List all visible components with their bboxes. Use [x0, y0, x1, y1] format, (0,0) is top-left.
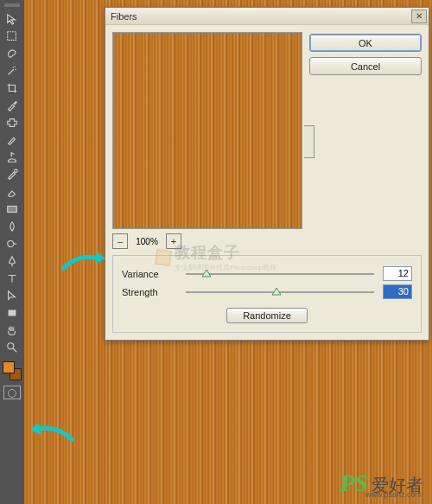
svg-rect-3: [9, 310, 16, 316]
variance-thumb[interactable]: [202, 270, 211, 278]
zoom-percent: 100%: [128, 236, 166, 247]
dialog-titlebar[interactable]: Fibers ✕: [105, 8, 429, 25]
variance-label: Variance: [122, 269, 177, 279]
preview-area: – 100% +: [112, 32, 302, 250]
svg-marker-6: [272, 288, 281, 295]
type-tool[interactable]: [3, 270, 22, 287]
foreground-swatch[interactable]: [3, 361, 15, 373]
strength-input[interactable]: 30: [383, 284, 412, 299]
marquee-tool[interactable]: [3, 28, 22, 45]
preview-image: [113, 33, 302, 228]
strength-label: Strength: [122, 287, 177, 297]
svg-marker-5: [202, 270, 211, 277]
gradient-tool[interactable]: [3, 201, 22, 218]
brush-tool[interactable]: [3, 131, 22, 149]
annotation-arrow-swatches: [30, 422, 77, 448]
slider-group: Variance 12 Strength 30: [112, 255, 422, 333]
move-tool[interactable]: [3, 10, 22, 28]
color-swatches[interactable]: [3, 361, 22, 380]
ok-button[interactable]: OK: [309, 34, 422, 52]
cancel-button[interactable]: Cancel: [309, 57, 422, 75]
zoom-in-button[interactable]: +: [166, 233, 181, 249]
svg-rect-0: [8, 32, 16, 41]
rectangle-tool[interactable]: [3, 304, 22, 322]
eyedropper-tool[interactable]: [3, 97, 22, 114]
pen-tool[interactable]: [3, 252, 22, 270]
annotation-arrow-variance: [59, 251, 105, 277]
svg-point-4: [8, 343, 14, 349]
zoom-tool[interactable]: [3, 339, 22, 356]
dodge-tool[interactable]: [3, 235, 22, 252]
lasso-tool[interactable]: [3, 45, 22, 62]
dialog-title: Fibers: [111, 11, 411, 22]
magic-wand-tool[interactable]: [3, 62, 22, 80]
svg-rect-1: [8, 207, 17, 213]
strength-slider[interactable]: [186, 285, 374, 299]
crop-tool[interactable]: [3, 80, 22, 97]
close-icon[interactable]: ✕: [411, 10, 427, 23]
blur-tool[interactable]: [3, 218, 22, 235]
hand-tool[interactable]: [3, 322, 22, 339]
filter-preview[interactable]: [112, 32, 302, 229]
svg-marker-7: [95, 252, 105, 264]
path-selection-tool[interactable]: [3, 287, 22, 304]
randomize-button[interactable]: Randomize: [226, 308, 308, 323]
quick-mask-toggle[interactable]: [3, 386, 21, 399]
clone-stamp-tool[interactable]: [3, 149, 22, 166]
zoom-out-button[interactable]: –: [112, 233, 128, 249]
variance-slider[interactable]: [186, 267, 374, 281]
svg-marker-8: [30, 423, 41, 435]
svg-point-2: [8, 241, 14, 247]
history-brush-tool[interactable]: [3, 166, 22, 183]
strength-thumb[interactable]: [272, 288, 281, 297]
spot-healing-tool[interactable]: [3, 114, 22, 131]
eraser-tool[interactable]: [3, 183, 22, 201]
tools-panel: [0, 0, 24, 504]
variance-input[interactable]: 12: [383, 266, 412, 281]
scrollbar-remnant: [304, 125, 314, 158]
tool-grip[interactable]: [4, 3, 20, 7]
fibers-dialog: Fibers ✕ – 100% + OK Cancel Va: [105, 7, 429, 341]
